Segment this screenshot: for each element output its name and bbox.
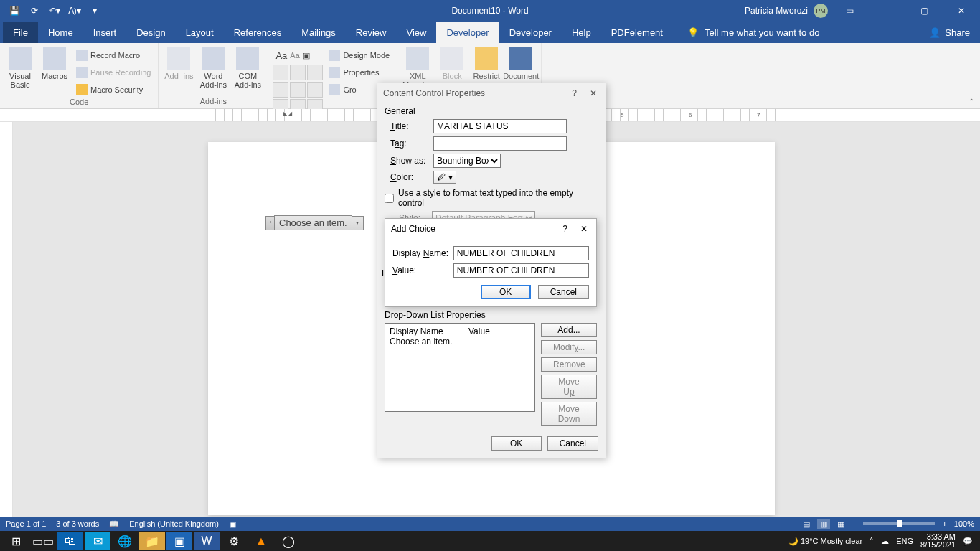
- onedrive-icon[interactable]: ☁: [881, 537, 889, 546]
- task-view-icon[interactable]: ▭▭: [30, 532, 56, 550]
- notifications-icon[interactable]: 💬: [963, 537, 973, 546]
- tab-insert[interactable]: Insert: [83, 22, 127, 43]
- maximize-button[interactable]: ▢: [908, 0, 940, 22]
- document-template-button[interactable]: Document: [505, 44, 537, 80]
- ribbon-display-icon[interactable]: ▭: [834, 0, 865, 22]
- design-mode-button[interactable]: Design Mode: [326, 47, 392, 63]
- cc-handle-icon[interactable]: ⋮: [265, 216, 274, 230]
- tab-view[interactable]: View: [396, 22, 436, 43]
- picture-control-icon: ▣: [303, 51, 310, 60]
- tray-chevron-icon[interactable]: ˄: [870, 537, 874, 546]
- status-proofing-icon[interactable]: 📖: [109, 519, 119, 529]
- zoom-slider[interactable]: [863, 522, 935, 525]
- ccp-title-label: Title:: [390, 121, 429, 131]
- status-page[interactable]: Page 1 of 1: [6, 519, 46, 528]
- macro-security-button[interactable]: Macro Security: [73, 82, 154, 98]
- ccp-titlebar[interactable]: Content Control Properties ? ✕: [377, 83, 606, 103]
- tab-developer-2[interactable]: Developer: [499, 22, 562, 43]
- start-button[interactable]: ⊞: [3, 532, 29, 550]
- font-qat-icon[interactable]: A)▾: [66, 2, 83, 19]
- tab-layout[interactable]: Layout: [176, 22, 224, 43]
- edge-icon[interactable]: 🌐: [112, 532, 138, 550]
- tab-developer[interactable]: Developer: [436, 22, 499, 43]
- record-macro-button[interactable]: Record Macro: [73, 47, 154, 63]
- collapse-ribbon-icon[interactable]: ⌃: [969, 98, 974, 105]
- qat-customize-icon[interactable]: ▾: [86, 2, 103, 19]
- vertical-ruler[interactable]: [0, 122, 13, 517]
- addchoice-help-icon[interactable]: ?: [560, 222, 570, 235]
- cc-dropdown-arrow[interactable]: ▾: [352, 216, 364, 230]
- word-addins-button[interactable]: Word Add-ins: [197, 44, 229, 89]
- weather-widget[interactable]: 🌙 19°C Mostly clear: [788, 537, 862, 546]
- explorer-icon[interactable]: 📁: [139, 532, 165, 550]
- addchoice-dn-input[interactable]: [453, 246, 589, 260]
- close-button[interactable]: ✕: [946, 0, 977, 22]
- view-read-icon[interactable]: ▤: [803, 519, 810, 529]
- tab-pdfelement[interactable]: PDFelement: [601, 22, 673, 43]
- undo-icon[interactable]: ↶▾: [46, 2, 63, 19]
- ccp-ok-button[interactable]: OK: [491, 436, 542, 451]
- ccp-tag-input[interactable]: [433, 136, 567, 151]
- addchoice-val-input[interactable]: [453, 263, 589, 278]
- group-addins-label: Add-ins: [163, 97, 263, 107]
- settings-icon[interactable]: ⚙: [221, 532, 247, 550]
- zoom-out-icon[interactable]: −: [852, 519, 856, 528]
- addchoice-cancel-button[interactable]: Cancel: [538, 285, 589, 299]
- status-macro-icon[interactable]: ▣: [229, 519, 236, 529]
- tab-mailings[interactable]: Mailings: [291, 22, 346, 43]
- mail-icon[interactable]: ✉: [85, 532, 110, 550]
- visual-basic-button[interactable]: Visual Basic: [4, 44, 36, 89]
- ccp-list[interactable]: Display NameValue Choose an item.: [385, 323, 535, 412]
- properties-button[interactable]: Properties: [326, 65, 392, 80]
- vlc-icon[interactable]: ▲: [248, 532, 274, 550]
- taskbar: ⊞ ▭▭ 🛍 ✉ 🌐 📁 ▣ W ⚙ ▲ ◯ 🌙 19°C Mostly cle…: [0, 531, 980, 551]
- tab-references[interactable]: References: [224, 22, 291, 43]
- word-taskbar-icon[interactable]: W: [194, 532, 220, 550]
- minimize-button[interactable]: ─: [871, 0, 903, 22]
- view-web-icon[interactable]: ▦: [837, 519, 844, 529]
- ccp-use-style-checkbox[interactable]: [385, 194, 394, 203]
- controls-gallery[interactable]: [273, 65, 323, 115]
- share-button[interactable]: 👤 Share: [919, 22, 980, 43]
- ccp-close-icon[interactable]: ✕: [587, 87, 600, 100]
- tell-me-search[interactable]: 💡 Tell me what you want to do: [687, 22, 819, 43]
- content-control[interactable]: ⋮ Choose an item. ▾: [265, 215, 364, 230]
- store-icon[interactable]: 🛍: [57, 532, 83, 550]
- user-avatar[interactable]: PM: [814, 4, 828, 18]
- ccp-showas-select[interactable]: Bounding Box: [433, 154, 501, 168]
- cc-placeholder[interactable]: Choose an item.: [274, 215, 352, 230]
- addins-button[interactable]: Add- ins: [163, 44, 194, 80]
- ccp-title-input[interactable]: [433, 119, 567, 133]
- ccp-color-button[interactable]: 🖉▾: [433, 171, 456, 184]
- tab-design[interactable]: Design: [126, 22, 175, 43]
- tab-help[interactable]: Help: [562, 22, 601, 43]
- status-language[interactable]: English (United Kingdom): [129, 519, 219, 528]
- user-name[interactable]: Patricia Mworozi: [745, 6, 808, 16]
- tab-review[interactable]: Review: [346, 22, 397, 43]
- file-tab[interactable]: File: [3, 22, 38, 43]
- sync-icon[interactable]: ⟳: [26, 2, 43, 19]
- tab-home[interactable]: Home: [38, 22, 83, 43]
- macros-button[interactable]: Macros: [39, 44, 70, 80]
- ccp-cancel-button[interactable]: Cancel: [547, 436, 598, 451]
- ccp-movedown-button: Move Down: [541, 402, 597, 426]
- status-words[interactable]: 3 of 3 words: [56, 519, 99, 528]
- chrome-icon[interactable]: ◯: [275, 532, 301, 550]
- app-icon[interactable]: ▣: [166, 532, 192, 550]
- tray-clock[interactable]: 3:33 AM8/15/2021: [920, 533, 956, 549]
- aa-rich-button[interactable]: Aa Aa ▣: [273, 47, 323, 63]
- addchoice-titlebar[interactable]: Add Choice ? ✕: [385, 219, 596, 239]
- tray-lang[interactable]: ENG: [896, 537, 913, 545]
- ccp-help-icon[interactable]: ?: [569, 87, 580, 100]
- save-icon[interactable]: 💾: [6, 2, 23, 19]
- addchoice-close-icon[interactable]: ✕: [578, 222, 590, 235]
- ccp-add-button[interactable]: Add...: [541, 323, 597, 337]
- ccp-row-1[interactable]: Choose an item.: [390, 336, 530, 347]
- view-print-icon[interactable]: ▥: [817, 519, 830, 529]
- com-addins-button[interactable]: COM Add-ins: [232, 44, 263, 89]
- restrict-button[interactable]: Restrict: [471, 44, 502, 80]
- zoom-in-icon[interactable]: +: [942, 519, 946, 528]
- addchoice-ok-button[interactable]: OK: [481, 285, 531, 299]
- system-tray: 🌙 19°C Mostly clear ˄ ☁ ENG 3:33 AM8/15/…: [788, 533, 977, 549]
- zoom-level[interactable]: 100%: [954, 519, 974, 528]
